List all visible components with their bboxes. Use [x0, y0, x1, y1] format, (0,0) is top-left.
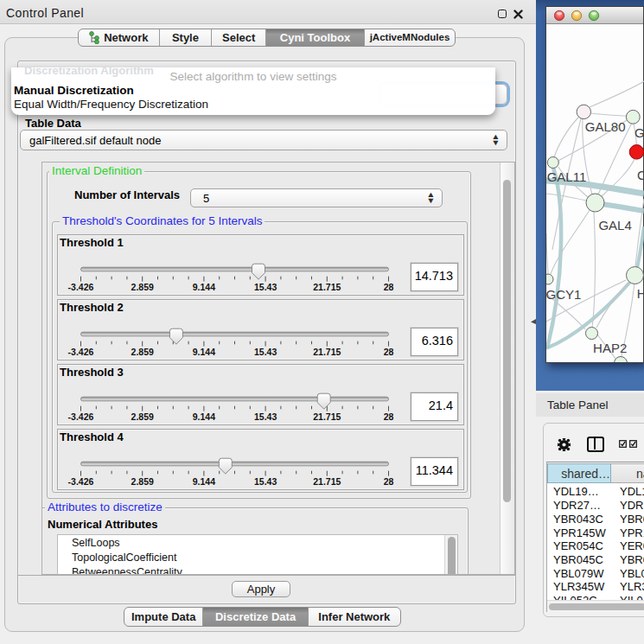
svg-text:9.144: 9.144: [193, 347, 215, 357]
svg-text:-3.426: -3.426: [68, 347, 94, 357]
svg-text:GA: GA: [634, 125, 644, 140]
svg-text:15.43: 15.43: [254, 282, 277, 292]
svg-text:H: H: [637, 286, 644, 301]
svg-text:-3.426: -3.426: [68, 476, 94, 487]
svg-text:GAL11: GAL11: [547, 169, 587, 184]
svg-text:2.859: 2.859: [131, 411, 154, 422]
svg-text:GCY1: GCY1: [546, 287, 581, 302]
svg-text:21.715: 21.715: [313, 411, 341, 422]
svg-text:28: 28: [384, 411, 394, 422]
svg-text:21.715: 21.715: [313, 347, 341, 357]
svg-text:15.43: 15.43: [254, 476, 277, 487]
svg-text:9.144: 9.144: [193, 282, 215, 292]
svg-text:28: 28: [384, 347, 394, 357]
svg-text:21.715: 21.715: [313, 476, 341, 487]
svg-text:15.43: 15.43: [254, 411, 277, 422]
svg-text:28: 28: [384, 282, 394, 292]
svg-text:28: 28: [384, 476, 394, 487]
svg-text:9.144: 9.144: [193, 411, 215, 422]
svg-text:15.43: 15.43: [254, 347, 277, 357]
svg-text:21.715: 21.715: [313, 282, 341, 292]
svg-text:GAL80: GAL80: [585, 119, 626, 134]
svg-text:HAP2: HAP2: [593, 341, 627, 355]
svg-text:2.859: 2.859: [131, 347, 154, 357]
svg-text:9.144: 9.144: [193, 476, 215, 487]
svg-text:C: C: [637, 168, 644, 182]
svg-text:-3.426: -3.426: [68, 411, 94, 422]
svg-text:-3.426: -3.426: [68, 282, 94, 292]
svg-text:2.859: 2.859: [131, 476, 154, 487]
svg-text:2.859: 2.859: [131, 282, 154, 292]
svg-text:GAL4: GAL4: [598, 218, 631, 233]
